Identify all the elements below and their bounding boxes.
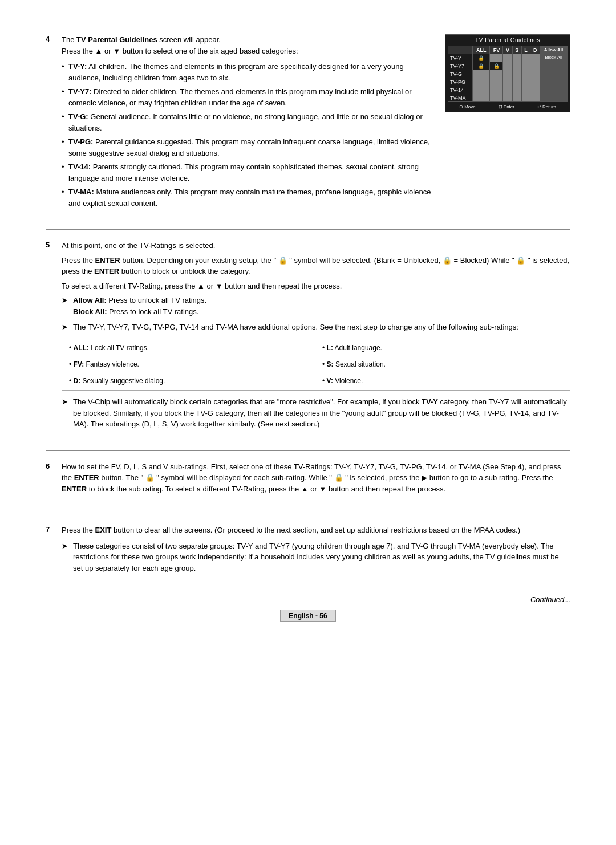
cell-tvpg-fv: [490, 78, 503, 86]
step-7-text: Press the EXIT button to clear all the s…: [62, 525, 570, 536]
sub-ratings-col1-row1: • ALL: Lock all TV ratings.: [63, 340, 315, 356]
cell-tvy7-s: [512, 62, 521, 70]
cell-tv14-s: [512, 86, 521, 94]
cell-tvpg-all: [472, 78, 489, 86]
divider-3: [46, 514, 570, 514]
cell-tvg-all: [472, 70, 489, 78]
sub-ratings-row-2: • FV: Fantasy violence. • S: Sexual situ…: [63, 357, 569, 372]
cell-tvy-l: [521, 54, 530, 62]
tv-guide-box: TV Parental Guidelines ALL FV V S L D: [445, 34, 570, 112]
cell-tvg-fv: [490, 70, 503, 78]
sub-ratings-col2-row2: • S: Sexual situation.: [317, 357, 569, 372]
cell-tvy7-l: [521, 62, 530, 70]
th-l: L: [521, 46, 530, 54]
step-7-arrow: ➤ These categories consist of two separa…: [62, 541, 570, 574]
step-7-number: 7: [46, 525, 56, 578]
arrow-icon-4: ➤: [62, 541, 70, 574]
step-5-number: 5: [46, 240, 56, 434]
cell-tvg-v: [503, 70, 512, 78]
step-5-line1: At this point, one of the TV-Ratings is …: [62, 240, 570, 251]
cell-tvpg-d: [530, 78, 540, 86]
step-4-intro: The TV Parental Guidelines screen will a…: [62, 34, 433, 56]
th-fv: FV: [490, 46, 503, 54]
divider-1: [46, 229, 570, 230]
cell-tvy7-v: [503, 62, 512, 70]
cell-tvpg-v: [503, 78, 512, 86]
step-4-bullets: TV-Y: All children. The themes and eleme…: [62, 61, 433, 209]
cell-tvy7-fv: 🔒: [490, 62, 503, 70]
label-tvy7: TV-Y7: [448, 62, 473, 70]
continued-label: Continued...: [46, 595, 570, 604]
sub-ratings-row-1: • ALL: Lock all TV ratings. • L: Adult l…: [63, 340, 569, 356]
step-6-body: How to set the FV, D, L, S and V sub-rat…: [62, 461, 570, 498]
step-5-additional: ➤ The TV-Y, TV-Y7, TV-G, TV-PG, TV-14 an…: [62, 322, 570, 333]
sub-ratings-col1-row3: • D: Sexually suggestive dialog.: [63, 373, 315, 389]
step-5-allow-all-text: Allow All: Press to unlock all TV rating…: [73, 295, 206, 317]
cell-tvma-s: [512, 94, 521, 102]
cell-tvpg-s: [512, 78, 521, 86]
label-tvma: TV-MA: [448, 94, 473, 102]
cell-tvy7-d: [530, 62, 540, 70]
arrow-icon-3: ➤: [62, 396, 70, 430]
cell-tv14-d: [530, 86, 540, 94]
footer-enter: ⊟ Enter: [499, 104, 514, 109]
sub-ratings-col2-row1: • L: Adult language.: [317, 340, 569, 356]
step-5-body: At this point, one of the TV-Ratings is …: [62, 240, 570, 434]
step-6-number: 6: [46, 461, 56, 498]
step-7: 7 Press the EXIT button to clear all the…: [46, 525, 570, 578]
bullet-tvg: TV-G: General audience. It contains litt…: [62, 111, 433, 133]
step-5-line2: Press the ENTER button. Depending on you…: [62, 255, 570, 277]
th-d: D: [530, 46, 540, 54]
block-all-cell[interactable]: Block All: [540, 54, 568, 102]
cell-tv14-v: [503, 86, 512, 94]
cell-tvy-s: [512, 54, 521, 62]
bullet-tvma: TV-MA: Mature audiences only. This progr…: [62, 186, 433, 209]
step-5-additional-text: The TV-Y, TV-Y7, TV-G, TV-PG, TV-14 and …: [73, 322, 518, 333]
cell-tvg-d: [530, 70, 540, 78]
arrow-icon-2: ➤: [62, 322, 70, 333]
page-number: English - 56: [280, 610, 335, 622]
sub-ratings-row-3: • D: Sexually suggestive dialog. • V: Vi…: [63, 373, 569, 389]
footer-return: ↩ Return: [537, 104, 556, 109]
step-6-text: How to set the FV, D, L, S and V sub-rat…: [62, 461, 570, 495]
page-footer: English - 56: [46, 610, 570, 622]
label-tvg: TV-G: [448, 70, 473, 78]
tv-guide-footer: ⊕ Move ⊟ Enter ↩ Return: [448, 104, 568, 109]
step-4-body: The TV Parental Guidelines screen will a…: [62, 34, 570, 213]
th-allow-all[interactable]: Allow All: [540, 46, 568, 54]
step-5-vchip-text: The V-Chip will automatically block cert…: [73, 396, 570, 430]
cell-tvy7-all: 🔒: [472, 62, 489, 70]
cell-tvy-all: 🔒: [472, 54, 489, 62]
cell-tvpg-l: [521, 78, 530, 86]
step-6: 6 How to set the FV, D, L, S and V sub-r…: [46, 461, 570, 498]
th-empty: [448, 46, 473, 54]
step-4: 4 The TV Parental Guidelines screen will…: [46, 34, 570, 213]
step-4-header-text: The TV Parental Guidelines screen will a…: [62, 34, 433, 213]
cell-tvma-fv: [490, 94, 503, 102]
step-5-vchip: ➤ The V-Chip will automatically block ce…: [62, 396, 570, 430]
step-7-body: Press the EXIT button to clear all the s…: [62, 525, 570, 578]
step-4-number: 4: [46, 34, 56, 213]
cell-tvma-v: [503, 94, 512, 102]
cell-tvy-v: [503, 54, 512, 62]
th-v: V: [503, 46, 512, 54]
th-all: ALL: [472, 46, 489, 54]
bullet-tvpg: TV-PG: Parental guidance suggested. This…: [62, 136, 433, 159]
label-tv14: TV-14: [448, 86, 473, 94]
cell-tvg-l: [521, 70, 530, 78]
bullet-tvy7: TV-Y7: Directed to older children. The t…: [62, 86, 433, 108]
sub-ratings-col1-row2: • FV: Fantasy violence.: [63, 357, 315, 372]
step-5: 5 At this point, one of the TV-Ratings i…: [46, 240, 570, 434]
cell-tv14-fv: [490, 86, 503, 94]
bullet-tvy: TV-Y: All children. The themes and eleme…: [62, 61, 433, 83]
th-s: S: [512, 46, 521, 54]
cell-tv14-all: [472, 86, 489, 94]
sub-ratings-table: • ALL: Lock all TV ratings. • L: Adult l…: [62, 339, 570, 391]
cell-tvy-d: [530, 54, 540, 62]
label-tvpg: TV-PG: [448, 78, 473, 86]
bullet-tv14: TV-14: Parents strongly cautioned. This …: [62, 161, 433, 184]
arrow-icon-1: ➤: [62, 295, 70, 317]
divider-2: [46, 450, 570, 451]
step-7-arrow-text: These categories consist of two separate…: [73, 541, 570, 574]
cell-tvma-d: [530, 94, 540, 102]
